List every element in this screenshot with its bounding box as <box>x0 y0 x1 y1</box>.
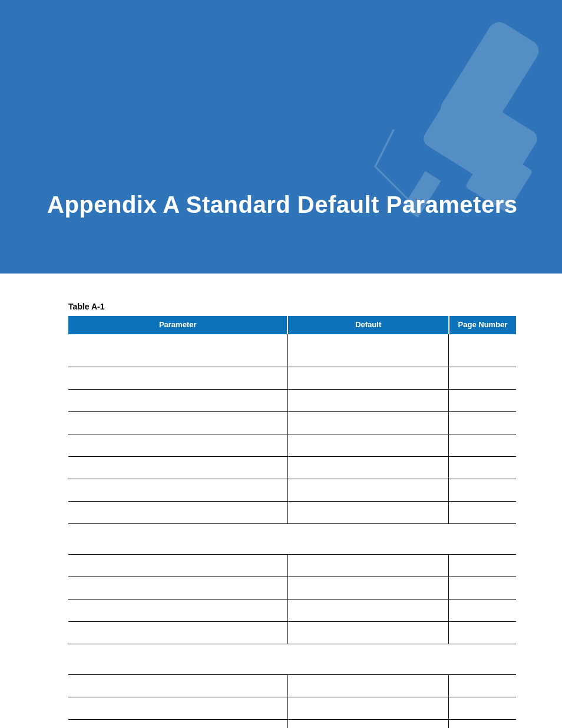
table-row <box>68 675 516 697</box>
appendix-title: Appendix A Standard Default Parameters <box>47 192 517 218</box>
table-caption: Table A-1 <box>68 302 516 311</box>
table-row <box>68 457 516 479</box>
table-row <box>68 502 516 524</box>
table-header-row: Parameter Default Page Number <box>68 316 516 334</box>
table-row <box>68 412 516 434</box>
table-row <box>68 345 516 367</box>
table-row <box>68 479 516 502</box>
table-section-row <box>68 644 516 675</box>
table-section-row <box>68 524 516 555</box>
table-row <box>68 390 516 412</box>
table-row <box>68 622 516 644</box>
col-header-default: Default <box>287 316 449 334</box>
table-row <box>68 555 516 577</box>
page-content: Table A-1 Parameter Default Page Number <box>0 274 562 728</box>
table-row <box>68 334 516 345</box>
table-row <box>68 367 516 390</box>
table-row <box>68 720 516 728</box>
table-row <box>68 599 516 622</box>
table-row <box>68 697 516 720</box>
scanner-watermark-icon <box>338 12 562 259</box>
table-row <box>68 577 516 599</box>
col-header-parameter: Parameter <box>68 316 287 334</box>
parameters-table: Parameter Default Page Number <box>68 316 516 728</box>
page-banner: Appendix A Standard Default Parameters <box>0 0 562 274</box>
table-row <box>68 434 516 457</box>
col-header-page-number: Page Number <box>449 316 516 334</box>
